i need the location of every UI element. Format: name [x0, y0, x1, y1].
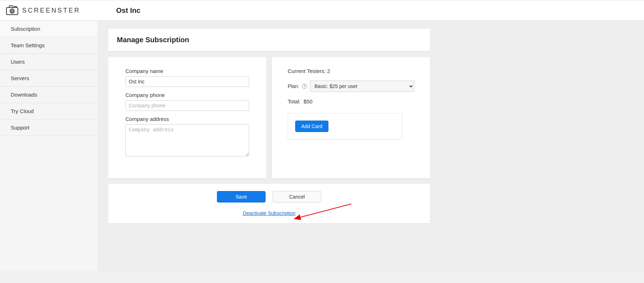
company-form-panel: Company name Company phone Company addre…	[108, 57, 266, 178]
sidebar-item-servers[interactable]: Servers	[0, 70, 98, 87]
svg-rect-3	[9, 6, 13, 8]
sidebar-item-team-settings[interactable]: Team Settings	[0, 37, 98, 54]
plan-label: Plan:	[288, 83, 299, 89]
company-address-input[interactable]	[125, 124, 249, 156]
company-name-input[interactable]	[125, 76, 249, 87]
plan-select[interactable]: Basic: $25 per user	[310, 80, 414, 92]
total-label: Total:	[288, 98, 301, 104]
card-box: Add Card	[288, 113, 402, 140]
company-address-label: Company address	[125, 116, 249, 122]
sidebar-item-downloads[interactable]: Downloads	[0, 87, 98, 103]
page-title: Manage Subscription	[117, 36, 421, 44]
sidebar: Subscription Team Settings Users Servers…	[0, 21, 98, 271]
topbar: SCREENSTER Ost Inc	[0, 0, 644, 21]
camera-icon	[6, 5, 19, 16]
total-line: Total: $50	[288, 98, 414, 104]
brand-text: SCREENSTER	[22, 7, 80, 14]
current-testers: Current Testers: 2	[288, 68, 414, 74]
add-card-button[interactable]: Add Card	[295, 121, 328, 132]
help-icon[interactable]: ?	[302, 84, 307, 89]
page-header: Manage Subscription	[108, 29, 430, 52]
plan-panel: Current Testers: 2 Plan: ? Basic: $25 pe…	[272, 57, 430, 178]
sidebar-item-support[interactable]: Support	[0, 119, 98, 136]
cancel-button[interactable]: Cancel	[273, 191, 321, 203]
save-button[interactable]: Save	[217, 191, 266, 203]
company-name-label: Company name	[125, 68, 249, 74]
sidebar-item-subscription[interactable]: Subscription	[0, 21, 98, 37]
sidebar-item-users[interactable]: Users	[0, 54, 98, 70]
svg-point-1	[10, 9, 14, 13]
company-phone-input[interactable]	[125, 100, 249, 111]
brand-logo[interactable]: SCREENSTER	[6, 5, 80, 16]
svg-line-6	[299, 204, 351, 218]
annotation-arrow-icon	[294, 203, 355, 220]
sidebar-item-try-cloud[interactable]: Try Cloud	[0, 103, 98, 119]
svg-rect-4	[14, 6, 16, 8]
main-content: Manage Subscription Company name Company…	[98, 21, 644, 271]
svg-point-2	[11, 10, 13, 12]
actions-panel: Save Cancel Deactivate Subscription	[108, 184, 430, 223]
total-value: $50	[303, 98, 312, 104]
deactivate-subscription-link[interactable]: Deactivate Subscription	[243, 210, 295, 216]
company-phone-label: Company phone	[125, 92, 249, 98]
org-name: Ost Inc	[116, 6, 140, 15]
